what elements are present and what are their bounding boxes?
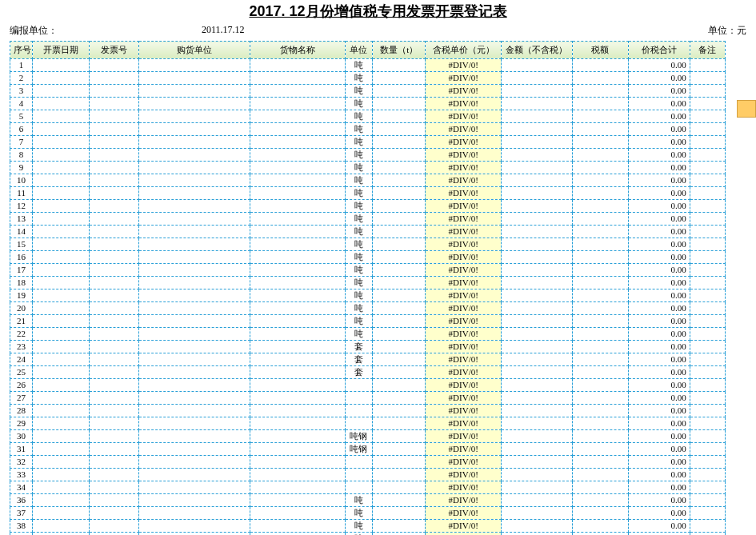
cell-buyer[interactable]: [139, 264, 250, 277]
cell-inv[interactable]: [89, 136, 138, 149]
cell-tax[interactable]: [572, 366, 628, 379]
cell-seq[interactable]: 6: [10, 123, 33, 136]
cell-date[interactable]: [33, 341, 89, 353]
cell-inv[interactable]: [89, 251, 138, 264]
cell-date[interactable]: [33, 123, 89, 136]
cell-tax[interactable]: [572, 507, 628, 520]
cell-qty[interactable]: [373, 98, 426, 110]
cell-inv[interactable]: [89, 366, 138, 379]
cell-tax[interactable]: [572, 289, 628, 302]
cell-note[interactable]: [690, 456, 725, 469]
cell-total[interactable]: 0.00: [629, 187, 690, 200]
cell-price[interactable]: #DIV/0!: [426, 98, 502, 110]
cell-total[interactable]: 0.00: [629, 174, 690, 187]
cell-total[interactable]: 0.00: [629, 379, 690, 392]
cell-note[interactable]: [690, 200, 725, 213]
cell-total[interactable]: 0.00: [629, 85, 690, 98]
cell-total[interactable]: 0.00: [629, 443, 690, 456]
cell-unit[interactable]: 吨: [345, 520, 372, 533]
cell-date[interactable]: [33, 379, 89, 392]
cell-price[interactable]: #DIV/0!: [426, 110, 502, 123]
cell-buyer[interactable]: [139, 469, 250, 481]
cell-total[interactable]: 0.00: [629, 289, 690, 302]
cell-buyer[interactable]: [139, 366, 250, 379]
cell-goods[interactable]: [250, 187, 345, 200]
cell-seq[interactable]: 30: [10, 430, 33, 443]
cell-seq[interactable]: 24: [10, 353, 33, 366]
cell-inv[interactable]: [89, 149, 138, 162]
cell-qty[interactable]: [373, 533, 426, 536]
cell-inv[interactable]: [89, 392, 138, 405]
cell-tax[interactable]: [572, 187, 628, 200]
cell-inv[interactable]: [89, 238, 138, 251]
cell-note[interactable]: [690, 162, 725, 174]
cell-goods[interactable]: [250, 520, 345, 533]
cell-tax[interactable]: [572, 85, 628, 98]
cell-tax[interactable]: [572, 328, 628, 341]
cell-note[interactable]: [690, 328, 725, 341]
cell-unit[interactable]: 套: [345, 353, 372, 366]
cell-inv[interactable]: [89, 443, 138, 456]
cell-seq[interactable]: 8: [10, 149, 33, 162]
cell-buyer[interactable]: [139, 149, 250, 162]
cell-inv[interactable]: [89, 469, 138, 481]
cell-tax[interactable]: [572, 353, 628, 366]
cell-buyer[interactable]: [139, 277, 250, 289]
cell-goods[interactable]: [250, 226, 345, 238]
cell-qty[interactable]: [373, 366, 426, 379]
cell-buyer[interactable]: [139, 251, 250, 264]
cell-date[interactable]: [33, 366, 89, 379]
cell-buyer[interactable]: [139, 200, 250, 213]
cell-amt[interactable]: [502, 481, 573, 494]
cell-seq[interactable]: 10: [10, 174, 33, 187]
cell-amt[interactable]: [502, 520, 573, 533]
cell-inv[interactable]: [89, 341, 138, 353]
cell-seq[interactable]: 34: [10, 481, 33, 494]
cell-total[interactable]: 0.00: [629, 251, 690, 264]
cell-note[interactable]: [690, 123, 725, 136]
cell-unit[interactable]: 吨: [345, 72, 372, 85]
cell-qty[interactable]: [373, 520, 426, 533]
cell-note[interactable]: [690, 430, 725, 443]
cell-inv[interactable]: [89, 72, 138, 85]
cell-tax[interactable]: [572, 174, 628, 187]
cell-buyer[interactable]: [139, 456, 250, 469]
cell-unit[interactable]: 套: [345, 341, 372, 353]
cell-price[interactable]: #DIV/0!: [426, 507, 502, 520]
cell-buyer[interactable]: [139, 162, 250, 174]
cell-total[interactable]: 0.00: [629, 315, 690, 328]
cell-buyer[interactable]: [139, 353, 250, 366]
cell-unit[interactable]: 吨: [345, 123, 372, 136]
cell-goods[interactable]: [250, 481, 345, 494]
cell-goods[interactable]: [250, 405, 345, 417]
cell-price[interactable]: #DIV/0!: [426, 174, 502, 187]
cell-buyer[interactable]: [139, 405, 250, 417]
cell-qty[interactable]: [373, 494, 426, 507]
cell-amt[interactable]: [502, 226, 573, 238]
cell-unit[interactable]: 吨钢: [345, 443, 372, 456]
cell-note[interactable]: [690, 213, 725, 226]
cell-date[interactable]: [33, 149, 89, 162]
cell-date[interactable]: [33, 430, 89, 443]
cell-note[interactable]: [690, 226, 725, 238]
cell-amt[interactable]: [502, 264, 573, 277]
cell-inv[interactable]: [89, 533, 138, 536]
cell-inv[interactable]: [89, 289, 138, 302]
cell-date[interactable]: [33, 520, 89, 533]
cell-inv[interactable]: [89, 59, 138, 72]
cell-date[interactable]: [33, 187, 89, 200]
cell-goods[interactable]: [250, 238, 345, 251]
cell-buyer[interactable]: [139, 302, 250, 315]
cell-inv[interactable]: [89, 353, 138, 366]
cell-date[interactable]: [33, 302, 89, 315]
cell-note[interactable]: [690, 277, 725, 289]
cell-inv[interactable]: [89, 277, 138, 289]
cell-date[interactable]: [33, 200, 89, 213]
cell-qty[interactable]: [373, 174, 426, 187]
cell-date[interactable]: [33, 405, 89, 417]
cell-unit[interactable]: [345, 392, 372, 405]
cell-inv[interactable]: [89, 264, 138, 277]
cell-total[interactable]: 0.00: [629, 456, 690, 469]
cell-inv[interactable]: [89, 123, 138, 136]
cell-amt[interactable]: [502, 315, 573, 328]
